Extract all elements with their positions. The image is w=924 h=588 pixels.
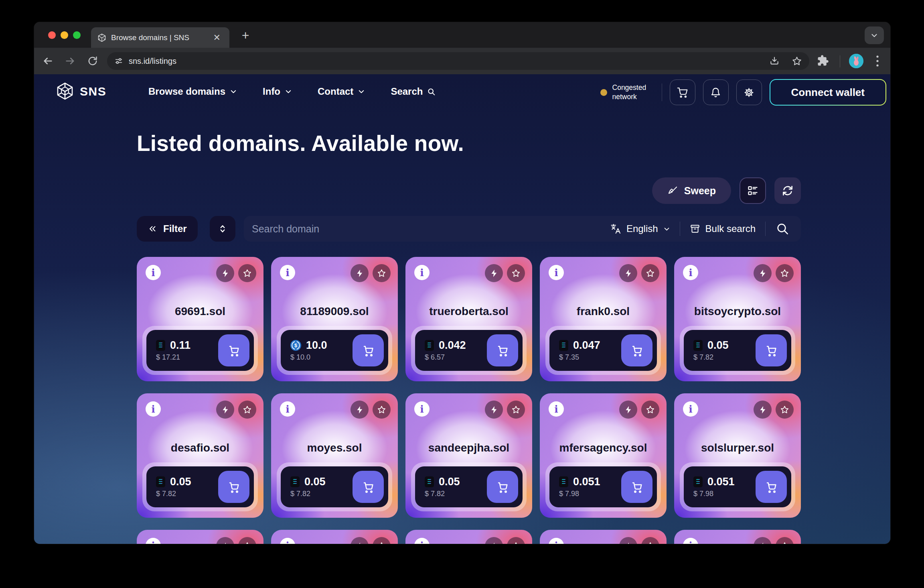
tab-list-chevron-button[interactable] [865,26,884,44]
favorite-button[interactable] [776,401,794,419]
favorite-button[interactable] [238,537,256,544]
info-button[interactable]: i [146,265,161,280]
info-button[interactable]: i [683,265,698,280]
instant-buy-button[interactable] [619,401,637,419]
domain-card[interactable]: i mfersagency.sol [540,393,667,518]
info-button[interactable]: i [414,401,430,417]
info-button[interactable]: i [146,401,161,417]
favorite-button[interactable] [238,264,256,282]
settings-button[interactable] [736,79,762,105]
window-maximize-button[interactable] [73,31,81,39]
nav-contact[interactable]: Contact [318,86,365,97]
nav-search[interactable]: Search [391,86,436,97]
browser-menu-button[interactable] [872,53,883,69]
notifications-button[interactable] [703,79,729,105]
domain-card[interactable]: i [674,530,801,544]
favorite-button[interactable] [507,401,525,419]
reload-button[interactable] [85,53,101,69]
cart-button[interactable] [670,79,695,105]
bookmark-star-button[interactable] [792,56,802,66]
info-button[interactable]: i [549,538,564,544]
language-selector[interactable]: English [610,223,670,234]
nav-browse-domains[interactable]: Browse domains [148,86,237,97]
domain-card[interactable]: i solslurper.sol [674,393,801,518]
favorite-button[interactable] [238,401,256,419]
info-button[interactable]: i [146,538,161,544]
instant-buy-button[interactable] [351,264,369,282]
instant-buy-button[interactable] [216,401,234,419]
favorite-button[interactable] [507,537,525,544]
sweep-button[interactable]: Sweep [652,177,731,204]
instant-buy-button[interactable] [216,537,234,544]
instant-buy-button[interactable] [754,401,772,419]
instant-buy-button[interactable] [216,264,234,282]
add-to-cart-button[interactable] [353,471,384,503]
tab-close-icon[interactable]: ✕ [211,33,223,43]
info-button[interactable]: i [280,265,295,280]
connect-wallet-button[interactable]: Connect wallet [770,79,886,106]
back-button[interactable] [40,53,56,69]
instant-buy-button[interactable] [485,264,503,282]
add-to-cart-button[interactable] [487,334,518,366]
info-button[interactable]: i [683,538,698,544]
info-button[interactable]: i [280,538,295,544]
info-button[interactable]: i [414,538,430,544]
info-button[interactable]: i [280,401,295,417]
instant-buy-button[interactable] [619,264,637,282]
favorite-button[interactable] [373,537,391,544]
forward-button[interactable] [62,53,78,69]
search-submit-button[interactable] [776,222,789,235]
extensions-button[interactable] [817,55,829,67]
info-button[interactable]: i [414,265,430,280]
add-to-cart-button[interactable] [621,471,652,503]
install-app-button[interactable] [769,56,780,66]
search-input[interactable] [252,223,610,235]
add-to-cart-button[interactable] [487,471,518,503]
domain-card[interactable]: i [137,530,263,544]
domain-card[interactable]: i frank0.sol [540,257,667,381]
domain-card[interactable]: i [271,530,398,544]
refresh-button[interactable] [774,177,801,204]
favorite-button[interactable] [641,264,659,282]
instant-buy-button[interactable] [485,401,503,419]
add-to-cart-button[interactable] [756,334,787,366]
sns-logo-cube-icon[interactable] [56,82,74,100]
bulk-search-button[interactable]: Bulk search [690,223,756,234]
favorite-button[interactable] [373,264,391,282]
profile-avatar[interactable] [849,54,863,68]
add-to-cart-button[interactable] [353,334,384,366]
domain-card[interactable]: i desafio.sol [137,393,263,518]
add-to-cart-button[interactable] [218,334,249,366]
favorite-button[interactable] [373,401,391,419]
instant-buy-button[interactable] [754,537,772,544]
info-button[interactable]: i [683,401,698,417]
domain-card[interactable]: i trueroberta.sol [405,257,532,381]
favorite-button[interactable] [507,264,525,282]
site-settings-icon[interactable] [114,57,123,65]
domain-card[interactable]: i moyes.sol [271,393,398,518]
info-button[interactable]: i [549,401,564,417]
instant-buy-button[interactable] [351,537,369,544]
domain-card[interactable]: i [540,530,667,544]
window-minimize-button[interactable] [61,31,68,39]
sort-button[interactable] [210,216,235,242]
filter-button[interactable]: Filter [137,216,198,242]
favorite-button[interactable] [776,264,794,282]
favorite-button[interactable] [641,537,659,544]
add-to-cart-button[interactable] [218,471,249,503]
url-bar[interactable]: sns.id/listings [107,52,809,70]
instant-buy-button[interactable] [351,401,369,419]
instant-buy-button[interactable] [754,264,772,282]
list-view-toggle-button[interactable] [740,177,766,204]
add-to-cart-button[interactable] [756,471,787,503]
instant-buy-button[interactable] [485,537,503,544]
instant-buy-button[interactable] [619,537,637,544]
new-tab-button[interactable]: + [237,27,254,44]
browser-tab[interactable]: Browse domains | SNS ✕ [91,27,229,48]
domain-card[interactable]: i 81189009.sol $ [271,257,398,381]
favorite-button[interactable] [776,537,794,544]
domain-card[interactable]: i sandeepjha.sol [405,393,532,518]
domain-card[interactable]: i [405,530,532,544]
add-to-cart-button[interactable] [621,334,652,366]
nav-info[interactable]: Info [263,86,292,97]
